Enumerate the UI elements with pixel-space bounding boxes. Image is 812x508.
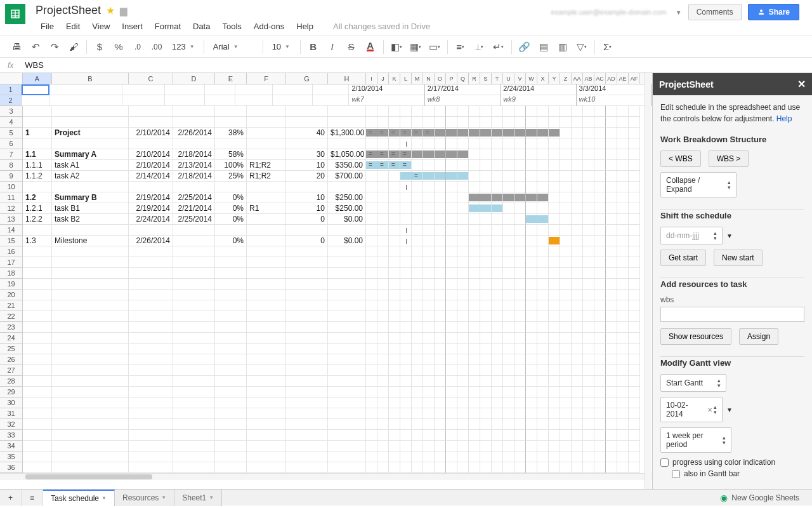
gantt-cell[interactable] (617, 408, 629, 419)
cell-C30[interactable] (129, 398, 173, 408)
cell-E26[interactable] (215, 354, 247, 365)
gantt-cell[interactable] (412, 149, 423, 160)
account-menu-arrow[interactable]: ▼ (676, 9, 682, 16)
cell-F34[interactable] (247, 441, 286, 451)
gantt-cell[interactable] (457, 365, 469, 376)
gantt-cell[interactable] (480, 128, 492, 138)
gantt-cell[interactable] (389, 138, 400, 149)
cell-C3[interactable] (129, 106, 173, 117)
gantt-cell[interactable] (480, 149, 492, 160)
gantt-cell[interactable] (377, 322, 389, 333)
gantt-cell[interactable] (583, 192, 594, 203)
gantt-cell[interactable] (560, 225, 572, 236)
gantt-date-input[interactable]: 10-02-2014✕▴▾ (660, 397, 723, 422)
gantt-cell[interactable] (572, 408, 583, 419)
cell-F36[interactable] (247, 462, 286, 473)
share-button[interactable]: Share (748, 4, 799, 20)
gantt-cell[interactable] (423, 203, 435, 214)
cell-B10[interactable] (52, 182, 129, 192)
decimal-dec-icon[interactable]: .0 (129, 38, 147, 56)
col-header-X[interactable]: X (537, 73, 549, 84)
gantt-cell[interactable] (480, 236, 492, 246)
gantt-cell[interactable] (492, 149, 503, 160)
cell-C35[interactable] (129, 451, 173, 462)
gantt-cell[interactable] (366, 257, 377, 268)
gantt-cell[interactable] (606, 462, 617, 473)
gantt-cell[interactable] (503, 344, 514, 354)
cell-E16[interactable] (215, 246, 247, 257)
cell-G7[interactable]: 30 (286, 149, 328, 160)
header-cell[interactable] (205, 84, 235, 95)
gantt-cell[interactable] (412, 138, 423, 149)
gantt-cell[interactable] (572, 398, 583, 408)
cell-D12[interactable]: 2/21/2014 (173, 203, 215, 214)
gantt-cell[interactable] (537, 333, 549, 344)
gantt-cell[interactable] (514, 354, 526, 365)
gantt-cell[interactable] (446, 344, 457, 354)
gantt-cell[interactable] (435, 300, 446, 311)
gantt-cell[interactable] (412, 333, 423, 344)
vertical-scrollbar[interactable] (645, 73, 652, 489)
cell-G10[interactable] (286, 182, 328, 192)
gantt-cell[interactable] (537, 354, 549, 365)
cell-G25[interactable] (286, 344, 328, 354)
gantt-cell[interactable] (492, 106, 503, 117)
gantt-cell[interactable] (503, 268, 514, 279)
gantt-cell[interactable] (594, 311, 606, 322)
gantt-cell[interactable] (446, 106, 457, 117)
gantt-cell[interactable] (377, 441, 389, 451)
gantt-cell[interactable] (594, 333, 606, 344)
gantt-cell[interactable] (366, 192, 377, 203)
gantt-cell[interactable] (537, 462, 549, 473)
gantt-cell[interactable] (400, 408, 412, 419)
gantt-cell[interactable] (446, 246, 457, 257)
gantt-cell[interactable] (457, 203, 469, 214)
gantt-cell[interactable] (412, 117, 423, 128)
gantt-cell[interactable] (377, 279, 389, 290)
new-start-button[interactable]: New start (714, 250, 763, 266)
gantt-cell[interactable] (457, 279, 469, 290)
row-header-34[interactable]: 34 (0, 441, 23, 451)
gantt-cell[interactable] (377, 430, 389, 441)
header-cell[interactable]: Resources (235, 95, 273, 106)
gantt-cell[interactable] (572, 257, 583, 268)
gantt-cell[interactable] (412, 430, 423, 441)
gantt-cell[interactable] (549, 257, 560, 268)
gantt-cell[interactable] (629, 322, 640, 333)
gantt-cell[interactable] (606, 257, 617, 268)
cell-A32[interactable] (23, 419, 52, 430)
new-sheets-badge[interactable]: ◉New Google Sheets (720, 493, 799, 503)
gantt-cell[interactable] (435, 451, 446, 462)
header-cell[interactable]: WBS (22, 95, 49, 106)
gantt-cell[interactable] (503, 387, 514, 398)
gantt-cell[interactable] (377, 192, 389, 203)
row-header-28[interactable]: 28 (0, 376, 23, 387)
gantt-cell[interactable] (400, 387, 412, 398)
gantt-cell[interactable] (435, 279, 446, 290)
cell-A20[interactable] (23, 290, 52, 300)
gantt-cell[interactable] (583, 138, 594, 149)
gantt-cell[interactable] (446, 279, 457, 290)
gantt-cell[interactable] (423, 246, 435, 257)
cell-E4[interactable] (215, 117, 247, 128)
gantt-cell[interactable] (617, 268, 629, 279)
gantt-cell[interactable] (469, 430, 480, 441)
gantt-cell[interactable] (480, 268, 492, 279)
gantt-cell[interactable] (492, 182, 503, 192)
assign-button[interactable]: Assign (739, 328, 778, 345)
gantt-cell[interactable] (366, 290, 377, 300)
gantt-cell[interactable] (503, 160, 514, 171)
cell-B36[interactable] (52, 462, 129, 473)
gantt-cell[interactable] (594, 344, 606, 354)
cell-D20[interactable] (173, 290, 215, 300)
cell-H13[interactable]: $0.00 (328, 214, 366, 225)
gantt-cell[interactable] (366, 441, 377, 451)
gantt-cell[interactable] (560, 300, 572, 311)
gantt-cell[interactable] (503, 171, 514, 182)
cell-C31[interactable] (129, 408, 173, 419)
cell-C28[interactable] (129, 376, 173, 387)
cell-B33[interactable] (52, 430, 129, 441)
gantt-cell[interactable] (503, 225, 514, 236)
gantt-cell[interactable] (423, 430, 435, 441)
gantt-cell[interactable] (526, 354, 537, 365)
